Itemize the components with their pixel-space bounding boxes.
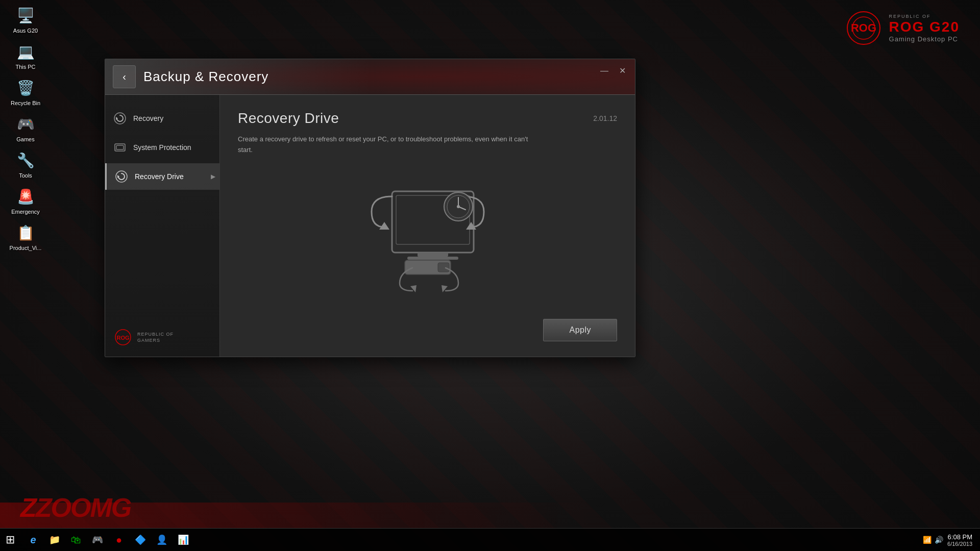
republic-of-label: REPUBLIC OF <box>137 332 174 338</box>
games-icon: 🎮 <box>15 114 36 134</box>
minimize-button[interactable]: — <box>597 64 612 77</box>
taskbar-pinned-icons: e 📁 🛍 🎮 ● 🔷 👤 📊 <box>20 530 915 550</box>
content-title: Recovery Drive <box>238 110 339 127</box>
asus-g20-label: Asus G20 <box>13 28 38 34</box>
active-item-arrow: ▶ <box>211 173 215 180</box>
product-vi-icon: 📋 <box>15 222 36 243</box>
this-pc-icon: 💻 <box>15 41 36 62</box>
sidebar-item-recovery[interactable]: Recovery <box>105 105 219 132</box>
bottom-decoration <box>0 503 980 528</box>
rog-emblem-icon: ROG <box>846 10 881 46</box>
apply-button-container: Apply <box>543 319 617 341</box>
rog-gaming-subtitle: Gaming Desktop PC <box>889 35 960 43</box>
product-vi-label: Product_Vi... <box>10 245 42 251</box>
desktop-icon-this-pc[interactable]: 💻 This PC <box>5 41 46 70</box>
desktop-icon-asus-g20[interactable]: 🖥️ Asus G20 <box>5 5 46 34</box>
main-content: Recovery Drive 2.01.12 Create a recovery… <box>220 95 635 357</box>
sidebar-rog-text: REPUBLIC OF GAMERS <box>137 332 174 343</box>
content-version: 2.01.12 <box>593 110 617 122</box>
taskbar-right-area: 📶 🔊 6:08 PM 6/16/2013 <box>915 533 980 547</box>
taskbar-rog-icon[interactable]: ● <box>109 530 129 550</box>
apply-button[interactable]: Apply <box>543 319 617 341</box>
rog-text-block: REPUBLIC OF ROG G20 Gaming Desktop PC <box>889 14 960 43</box>
zoomg-watermark: ZZOOMG <box>20 492 131 523</box>
desktop: 🖥️ Asus G20 💻 This PC 🗑️ Recycle Bin 🎮 G… <box>0 0 980 551</box>
system-protection-icon <box>113 140 127 155</box>
desktop-icon-tools[interactable]: 🔧 Tools <box>5 150 46 179</box>
taskbar-date-display: 6/16/2013 <box>947 541 972 547</box>
svg-point-22 <box>457 205 460 208</box>
taskbar-store-icon[interactable]: 🛍 <box>66 530 86 550</box>
recovery-drive-illustration <box>238 166 617 309</box>
svg-text:ROG: ROG <box>116 335 129 341</box>
taskbar-app3-icon[interactable]: 👤 <box>152 530 172 550</box>
back-button[interactable]: ‹ <box>113 65 136 88</box>
desktop-icons: 🖥️ Asus G20 💻 This PC 🗑️ Recycle Bin 🎮 G… <box>5 5 46 251</box>
sidebar-item-system-protection[interactable]: System Protection <box>105 134 219 161</box>
taskbar-volume-icon: 🔊 <box>935 536 943 544</box>
desktop-icon-recycle-bin[interactable]: 🗑️ Recycle Bin <box>5 78 46 106</box>
recycle-bin-icon: 🗑️ <box>15 78 36 98</box>
svg-rect-14 <box>418 253 448 257</box>
taskbar-app2-icon[interactable]: 🔷 <box>130 530 151 550</box>
sidebar: Recovery System Protection <box>105 95 220 357</box>
recycle-bin-label: Recycle Bin <box>11 100 40 106</box>
content-header: Recovery Drive 2.01.12 <box>238 110 617 127</box>
rog-g20-title: ROG G20 <box>889 19 960 35</box>
desktop-icon-product-vi[interactable]: 📋 Product_Vi... <box>5 222 46 251</box>
taskbar-time-display: 6:08 PM <box>947 533 972 541</box>
sidebar-rog-logo: ROG REPUBLIC OF GAMERS <box>113 329 174 346</box>
emergency-label: Emergency <box>11 209 40 215</box>
taskbar-game-icon[interactable]: 🎮 <box>87 530 108 550</box>
svg-marker-16 <box>379 222 389 230</box>
taskbar-network-icon: 📶 <box>923 536 932 544</box>
desktop-icon-emergency[interactable]: 🚨 Emergency <box>5 186 46 215</box>
gamers-label: GAMERS <box>137 338 174 344</box>
taskbar-start-button[interactable]: ⊞ <box>0 530 20 550</box>
taskbar-clock: 6:08 PM 6/16/2013 <box>947 533 972 547</box>
recovery-illustration-svg <box>356 181 499 293</box>
backup-recovery-window: ‹ Backup & Recovery — ✕ <box>105 59 635 357</box>
taskbar-app4-icon[interactable]: 📊 <box>173 530 193 550</box>
svg-text:ROG: ROG <box>850 21 876 34</box>
taskbar: ⊞ e 📁 🛍 🎮 ● 🔷 👤 📊 📶 🔊 6:08 PM 6/16/2013 <box>0 528 980 551</box>
asus-g20-icon: 🖥️ <box>15 5 36 26</box>
recovery-drive-label: Recovery Drive <box>135 172 184 181</box>
emergency-icon: 🚨 <box>15 186 36 207</box>
window-controls: — ✕ <box>597 64 630 77</box>
svg-rect-6 <box>116 145 124 149</box>
taskbar-system-icons: 📶 🔊 <box>923 536 943 544</box>
games-label: Games <box>16 136 34 142</box>
svg-rect-15 <box>407 257 458 260</box>
desktop-icon-games[interactable]: 🎮 Games <box>5 114 46 142</box>
system-protection-label: System Protection <box>133 143 191 152</box>
close-button[interactable]: ✕ <box>615 64 630 77</box>
recovery-icon <box>113 111 127 126</box>
recovery-drive-icon <box>114 169 129 184</box>
recovery-label: Recovery <box>133 114 163 122</box>
window-title: Backup & Recovery <box>143 69 268 85</box>
rog-logo: ROG REPUBLIC OF ROG G20 Gaming Desktop P… <box>846 10 960 46</box>
content-description: Create a recovery drive to refresh or re… <box>238 134 534 156</box>
taskbar-ie-icon[interactable]: e <box>23 530 43 550</box>
republic-label: REPUBLIC OF <box>889 14 960 19</box>
taskbar-folder-icon[interactable]: 📁 <box>44 530 65 550</box>
window-header: ‹ Backup & Recovery — ✕ <box>105 59 635 95</box>
window-body: Recovery System Protection <box>105 95 635 357</box>
svg-rect-24 <box>438 263 449 272</box>
this-pc-label: This PC <box>15 64 35 70</box>
sidebar-item-recovery-drive[interactable]: Recovery Drive ▶ <box>105 163 219 190</box>
tools-icon: 🔧 <box>15 150 36 170</box>
tools-label: Tools <box>19 172 32 179</box>
